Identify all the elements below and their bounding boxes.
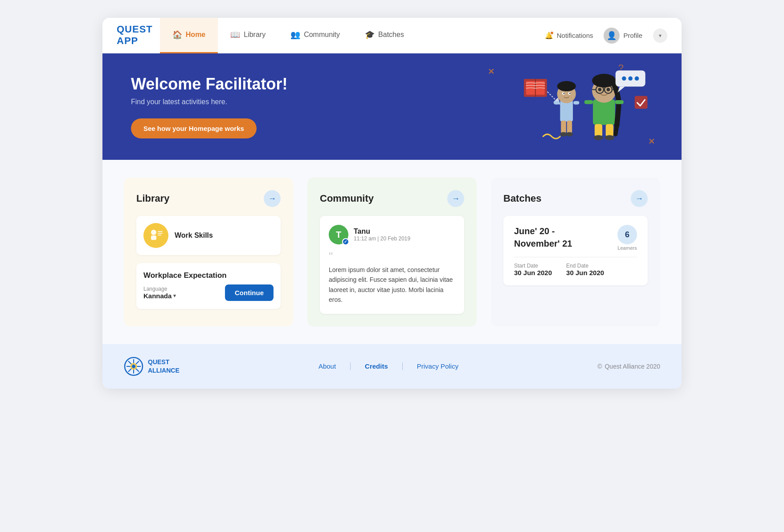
batch-period-line2: November' 21 <box>514 237 572 250</box>
nav-right: 🔔 Notifications 👤 Profile ▾ <box>545 28 667 44</box>
post-author-name: Tanu <box>354 227 410 236</box>
library-arrow-button[interactable]: → <box>264 190 281 207</box>
batch-item: June' 20 - November' 21 6 Learners Start… <box>503 216 648 285</box>
module-icon <box>143 223 168 248</box>
svg-point-38 <box>151 230 156 235</box>
profile-avatar-icon: 👤 <box>604 28 620 44</box>
start-date-value: 30 Jun 2020 <box>514 269 552 276</box>
batch-period: June' 20 - November' 21 <box>514 225 572 250</box>
avatar-letter: T <box>336 230 341 240</box>
svg-rect-14 <box>554 101 559 105</box>
community-arrow-button[interactable]: → <box>447 190 464 207</box>
learners-badge: 6 Learners <box>617 225 637 251</box>
bell-icon: 🔔 <box>545 32 553 40</box>
footer-logo-line1: QUEST <box>148 358 180 366</box>
language-label: Language <box>143 286 176 292</box>
batches-card-header: Batches → <box>503 190 648 207</box>
svg-point-28 <box>594 135 603 140</box>
notifications-label: Notifications <box>557 32 593 39</box>
svg-rect-41 <box>158 233 163 234</box>
footer-logo-line2: ALLIANCE <box>148 366 180 374</box>
svg-point-13 <box>566 132 573 137</box>
hero-subtitle: Find your latest activities here. <box>131 98 287 106</box>
notifications-button[interactable]: 🔔 Notifications <box>545 32 593 40</box>
svg-point-36 <box>635 77 639 81</box>
svg-rect-26 <box>595 124 602 137</box>
nav-links: 🏠 Home 📖 Library 👥 Community 🎓 Batches <box>160 18 545 53</box>
module-title: Work Skills <box>175 231 213 240</box>
svg-rect-16 <box>593 99 615 125</box>
end-date-value: 30 Jun 2020 <box>566 269 604 276</box>
svg-rect-42 <box>158 235 161 236</box>
learners-count: 6 <box>617 225 637 244</box>
svg-rect-27 <box>606 124 613 137</box>
logo-quest: QUEST <box>117 24 153 35</box>
svg-point-45 <box>132 365 135 368</box>
svg-rect-30 <box>584 100 593 104</box>
profile-button[interactable]: 👤 Profile <box>604 28 642 44</box>
nav-batches[interactable]: 🎓 Batches <box>352 18 416 53</box>
app-wrapper: QUEST APP 🏠 Home 📖 Library 👥 Community 🎓… <box>102 18 682 389</box>
post-datetime: 11:12 am | 20 Feb 2019 <box>354 236 410 242</box>
svg-rect-15 <box>573 101 579 105</box>
batch-end-date: End Date 30 Jun 2020 <box>566 263 604 276</box>
svg-rect-11 <box>567 121 572 134</box>
footer-copyright: © Quest Alliance 2020 <box>597 363 660 370</box>
hero-illustration-svg <box>512 62 655 160</box>
library-module: Work Skills <box>136 216 281 255</box>
chevron-down-icon: ▾ <box>659 32 662 39</box>
community-card-title: Community <box>320 193 374 204</box>
nav-community-label: Community <box>304 31 340 39</box>
svg-rect-3 <box>560 100 573 122</box>
footer-logo-icon <box>124 357 143 376</box>
navbar: QUEST APP 🏠 Home 📖 Library 👥 Community 🎓… <box>102 18 682 53</box>
language-value: Kannada <box>143 292 172 300</box>
verified-check-icon: ✓ <box>342 238 349 245</box>
language-dropdown-arrow-icon: ▾ <box>173 293 176 299</box>
language-selector[interactable]: Language Kannada ▾ <box>143 286 176 300</box>
library-lesson: Workplace Expectation Language Kannada ▾… <box>136 263 281 309</box>
batches-card-title: Batches <box>503 193 542 204</box>
app-logo: QUEST APP <box>117 24 153 46</box>
community-icon: 👥 <box>290 30 300 40</box>
batch-period-line1: June' 20 - <box>514 225 572 237</box>
svg-point-8 <box>564 93 565 94</box>
footer-privacy-link[interactable]: Privacy Policy <box>403 362 473 370</box>
svg-point-35 <box>628 77 633 81</box>
notification-dot <box>550 31 554 35</box>
community-card: Community → T ✓ Tanu 11:12 am | 20 Feb 2… <box>307 178 477 326</box>
hero-content: Welcome Facilitator! Find your latest ac… <box>131 75 287 138</box>
nav-batches-label: Batches <box>378 31 404 39</box>
community-card-header: Community → <box>320 190 464 207</box>
continue-button[interactable]: Continue <box>225 284 274 301</box>
nav-home[interactable]: 🏠 Home <box>160 18 218 53</box>
svg-rect-40 <box>158 231 163 232</box>
lesson-title: Workplace Expectation <box>143 271 274 280</box>
dropdown-button[interactable]: ▾ <box>653 28 667 43</box>
svg-rect-39 <box>151 236 156 240</box>
nav-home-label: Home <box>186 31 205 39</box>
batches-card: Batches → June' 20 - November' 21 6 Lear… <box>491 178 660 326</box>
library-card-title: Library <box>136 193 170 204</box>
copyright-icon: © <box>597 363 602 370</box>
home-icon: 🏠 <box>172 30 182 40</box>
svg-rect-37 <box>635 96 648 109</box>
post-author-row: T ✓ Tanu 11:12 am | 20 Feb 2019 <box>329 225 455 244</box>
svg-point-9 <box>569 93 571 94</box>
footer-logo-text: QUEST ALLIANCE <box>148 358 180 374</box>
hero-title: Welcome Facilitator! <box>131 75 287 93</box>
hero-illustration <box>477 58 655 160</box>
library-card-header: Library → <box>136 190 281 207</box>
batches-arrow-button[interactable]: → <box>631 190 648 207</box>
hero-cta-button[interactable]: See how your Homepage works <box>131 118 257 138</box>
footer-logo: QUEST ALLIANCE <box>124 357 180 376</box>
footer-about-link[interactable]: About <box>304 362 351 370</box>
footer-credits-link[interactable]: Credits <box>351 362 403 370</box>
library-card: Library → <box>124 178 293 326</box>
nav-community[interactable]: 👥 Community <box>278 18 352 53</box>
nav-library[interactable]: 📖 Library <box>218 18 278 53</box>
community-post: T ✓ Tanu 11:12 am | 20 Feb 2019 " Lorem … <box>320 216 464 314</box>
hero-banner: Welcome Facilitator! Find your latest ac… <box>102 53 682 160</box>
footer-links: About Credits Privacy Policy <box>304 362 473 370</box>
language-select[interactable]: Kannada ▾ <box>143 292 176 300</box>
